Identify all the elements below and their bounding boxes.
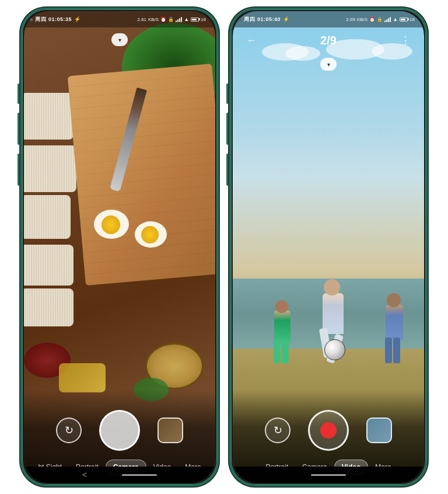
- volume-down-button-2[interactable]: [226, 113, 229, 145]
- flip-camera-button-2[interactable]: ↻: [265, 418, 290, 443]
- status-day-2: 周四: [244, 16, 255, 23]
- record-button[interactable]: [308, 410, 349, 451]
- lightning-icon-2: ⚡: [283, 16, 289, 22]
- network-speed-2: 2.09: [346, 17, 355, 22]
- status-clock-2: 01:05:40: [257, 16, 281, 22]
- photo-counter: 2/9: [320, 34, 337, 47]
- noodle-bundle-2: [24, 145, 76, 192]
- volume-down-button[interactable]: [18, 113, 20, 145]
- veggie-chunks: [59, 363, 106, 392]
- battery-icon-2: [400, 18, 408, 22]
- status-left-1: 周四 01:05:35 ⚡: [30, 16, 80, 23]
- record-dot: [320, 422, 337, 439]
- battery-number-2: 18: [410, 17, 415, 22]
- home-indicator-2[interactable]: [311, 474, 346, 476]
- noodle-bundle-1: [24, 93, 74, 140]
- flip-camera-button-1[interactable]: ↻: [56, 418, 82, 443]
- signal-icon-2: [384, 16, 391, 22]
- volume-up-button-2[interactable]: [226, 84, 229, 104]
- noodle-bundle-3: [24, 195, 71, 239]
- lock-icon-2: 🔒: [377, 17, 383, 22]
- back-icon-2: ←: [246, 34, 257, 47]
- status-dot: [30, 18, 33, 21]
- phone-1: 周四 01:05:35 ⚡ 2.81 KB/S ⏰ 🔒 ▲ 1: [20, 8, 219, 486]
- egg-yolk-2: [141, 226, 159, 243]
- camera-controls-1: ↻: [24, 410, 215, 451]
- home-indicator-1[interactable]: [122, 474, 157, 476]
- back-button-2[interactable]: ←: [242, 31, 261, 50]
- gallery-thumbnail-2[interactable]: [366, 418, 392, 443]
- battery-number-1: 18: [201, 17, 206, 22]
- egg-yolk-1: [102, 215, 120, 234]
- status-dot-2: [239, 18, 242, 21]
- left-figure: [271, 293, 295, 369]
- alarm-icon: ⏰: [160, 17, 166, 22]
- battery-icon: [191, 18, 199, 22]
- status-bar-1: 周四 01:05:35 ⚡ 2.81 KB/S ⏰ 🔒 ▲ 1: [24, 11, 215, 27]
- status-time-1: 周四: [35, 16, 46, 23]
- noodle-bundle-4: [24, 245, 74, 286]
- phone-2: 周四 01:05:40 ⚡ 2.09 KB/S ⏰ 🔒 ▲ 1: [229, 8, 428, 486]
- status-left-2: 周四 01:05:40 ⚡: [239, 16, 289, 23]
- more-icon-2: ⋮: [400, 34, 411, 47]
- more-options-button[interactable]: ⋮: [396, 31, 415, 50]
- camera-controls-2: ↻: [233, 410, 424, 451]
- volume-up-button[interactable]: [18, 84, 20, 104]
- chevron-down-icon-2: ▾: [327, 61, 330, 68]
- power-button[interactable]: [18, 154, 20, 186]
- back-nav-icon-1[interactable]: <: [82, 470, 87, 479]
- status-clock-1: 01:05:35: [48, 16, 72, 22]
- wifi-icon: ▲: [184, 16, 189, 22]
- noodle-bundle-5: [24, 288, 74, 326]
- phone-2-screen: 周四 01:05:40 ⚡ 2.09 KB/S ⏰ 🔒 ▲ 1: [233, 11, 424, 483]
- network-speed-1: 2.81: [137, 17, 146, 22]
- chevron-down-icon-1: ▾: [118, 37, 121, 43]
- right-figure: [383, 287, 409, 369]
- network-unit-1: KB/S: [148, 17, 159, 22]
- dropdown-arrow-1[interactable]: ▾: [111, 33, 128, 46]
- nav-bar-2: [233, 467, 424, 483]
- phone-2-body: 周四 01:05:40 ⚡ 2.09 KB/S ⏰ 🔒 ▲ 1: [229, 8, 428, 486]
- lock-icon: 🔒: [168, 17, 174, 22]
- rotate-icon-2: ↻: [274, 424, 282, 437]
- signal-icon: [176, 16, 182, 22]
- header-bar-2: ← 2/9 ⋮: [233, 27, 424, 53]
- status-right-2: 2.09 KB/S ⏰ 🔒 ▲ 18: [346, 16, 415, 22]
- status-bar-2: 周四 01:05:40 ⚡ 2.09 KB/S ⏰ 🔒 ▲ 1: [233, 11, 424, 27]
- network-unit-2: KB/S: [357, 17, 368, 22]
- dropdown-arrow-2[interactable]: ▾: [320, 58, 337, 71]
- gallery-thumbnail-1[interactable]: [158, 418, 183, 443]
- power-button-2[interactable]: [226, 154, 229, 186]
- phone-1-screen: 周四 01:05:35 ⚡ 2.81 KB/S ⏰ 🔒 ▲ 1: [24, 11, 215, 483]
- wifi-icon-2: ▲: [393, 16, 398, 22]
- nav-bar-1: <: [24, 467, 215, 483]
- shutter-button-1[interactable]: [99, 410, 140, 451]
- lightning-icon: ⚡: [74, 16, 80, 22]
- rotate-icon-1: ↻: [65, 424, 74, 437]
- status-right-1: 2.81 KB/S ⏰ 🔒 ▲ 18: [137, 16, 206, 22]
- alarm-icon-2: ⏰: [369, 17, 375, 22]
- phone-1-body: 周四 01:05:35 ⚡ 2.81 KB/S ⏰ 🔒 ▲ 1: [20, 8, 219, 486]
